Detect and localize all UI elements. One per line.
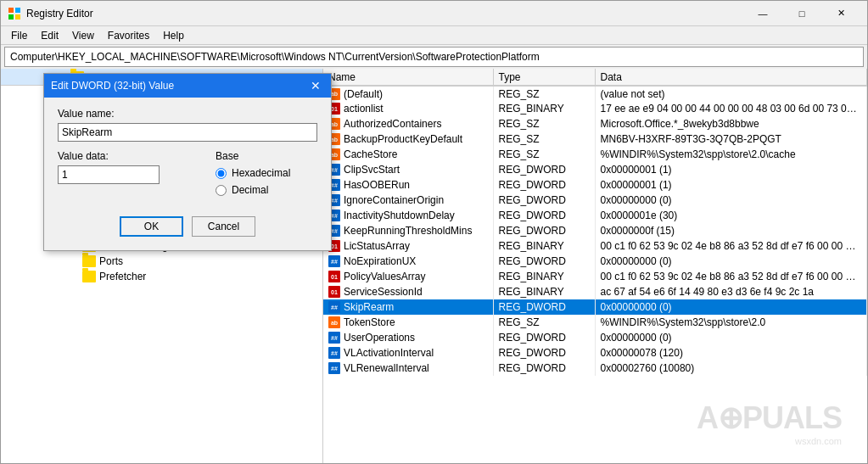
dialog-body: Value name: Value data: Base Hexadecimal bbox=[44, 98, 331, 250]
decimal-option[interactable]: Decimal bbox=[216, 184, 317, 196]
cancel-button[interactable]: Cancel bbox=[192, 216, 255, 237]
dialog-title-bar: Edit DWORD (32-bit) Value ✕ bbox=[44, 74, 331, 98]
decimal-label: Decimal bbox=[232, 184, 268, 196]
ok-button[interactable]: OK bbox=[120, 216, 183, 237]
dialog-close-button[interactable]: ✕ bbox=[307, 77, 324, 94]
dialog-buttons: OK Cancel bbox=[58, 210, 317, 240]
dialog-overlay: Edit DWORD (32-bit) Value ✕ Value name: … bbox=[1, 1, 867, 463]
edit-dword-dialog: Edit DWORD (32-bit) Value ✕ Value name: … bbox=[43, 73, 332, 251]
dialog-row: Value data: Base Hexadecimal bbox=[58, 150, 317, 196]
value-name-input[interactable] bbox=[58, 123, 317, 142]
registry-editor-window: Registry Editor — □ ✕ File Edit View Fav… bbox=[0, 0, 868, 464]
value-name-label: Value name: bbox=[58, 108, 317, 120]
hexadecimal-label: Hexadecimal bbox=[232, 167, 290, 179]
hexadecimal-option[interactable]: Hexadecimal bbox=[216, 167, 317, 179]
hexadecimal-radio[interactable] bbox=[216, 168, 227, 179]
value-data-label: Value data: bbox=[58, 150, 202, 162]
base-section: Base Hexadecimal Decimal bbox=[216, 150, 317, 196]
decimal-radio[interactable] bbox=[216, 185, 227, 196]
value-data-input[interactable] bbox=[58, 165, 160, 184]
dialog-title: Edit DWORD (32-bit) Value bbox=[51, 80, 174, 92]
value-data-section: Value data: bbox=[58, 150, 202, 193]
radio-group: Hexadecimal Decimal bbox=[216, 167, 317, 196]
base-label: Base bbox=[216, 150, 317, 162]
